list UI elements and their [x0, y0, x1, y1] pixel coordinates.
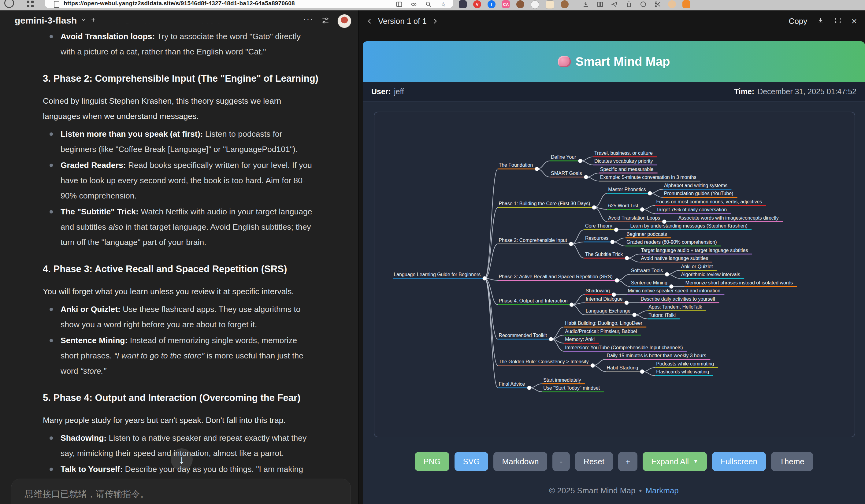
orange-extension-icon[interactable] — [682, 0, 690, 8]
mindmap-node[interactable]: Flashcards while waiting — [656, 369, 709, 374]
mindmap-node[interactable]: Internal Dialogue — [586, 296, 623, 302]
mindmap-node[interactable]: Immersion: YouTube (Comprehensible Input… — [565, 345, 683, 350]
profile-avatar-icon[interactable] — [668, 0, 676, 8]
next-version-icon[interactable] — [431, 18, 438, 24]
panda-extension-icon[interactable] — [531, 0, 539, 9]
mindmap-node[interactable]: Habit Building: Duolingo, LingoDeer — [565, 320, 642, 326]
mindmap-node[interactable]: Alphabet and writing systems — [664, 183, 728, 188]
mindmap-node[interactable]: Focus on most common nouns, verbs, adjec… — [656, 199, 762, 204]
mindmap-node[interactable]: Phase 3: Active Recall and Spaced Repeti… — [498, 274, 612, 279]
toolbar-button-expand-all[interactable]: Expand All▼ — [643, 452, 707, 471]
download-icon[interactable] — [817, 17, 824, 25]
mindmap-node[interactable]: Software Tools — [631, 268, 663, 273]
mindmap-node[interactable]: Define Your — [551, 154, 576, 160]
mindmap-node[interactable]: Graded readers (80-90% comprehension) — [626, 239, 717, 245]
mindmap-branch-circle[interactable] — [640, 370, 644, 374]
toolbar-button-markdown[interactable]: Markdown — [493, 452, 547, 471]
chat-input[interactable]: 思维接口已就绪，请传输指令。 — [11, 479, 351, 504]
mindmap-node[interactable]: Start immediately — [543, 377, 581, 383]
mindmap-node[interactable]: Phase 2: Comprehensible Input — [498, 238, 567, 243]
browser-reload-icon[interactable] — [4, 0, 14, 8]
copy-button[interactable]: Copy — [789, 16, 807, 26]
mindmap-branch-circle[interactable] — [591, 364, 595, 367]
fullscreen-expand-icon[interactable] — [834, 17, 841, 25]
mindmap-node[interactable]: 625 Word List — [608, 203, 638, 208]
mindmap-branch-circle[interactable] — [527, 386, 531, 390]
sidebar-icon[interactable] — [395, 0, 403, 8]
mindmap-node[interactable]: Shadowing — [586, 288, 610, 293]
mindmap-node[interactable]: Mimic native speaker speed and intonatio… — [628, 288, 720, 293]
mindmap-branch-circle[interactable] — [625, 301, 628, 305]
mindmap-node[interactable]: Core Theory — [585, 223, 612, 228]
trash-icon[interactable] — [625, 0, 633, 8]
mindmap-branch-circle[interactable] — [665, 272, 669, 277]
mindmap-node[interactable]: Final Advice — [498, 382, 525, 387]
toolbar-button--[interactable]: - — [552, 452, 570, 471]
mindmap-node[interactable]: Resources — [585, 235, 608, 241]
mindmap-node[interactable]: SMART Goals — [551, 171, 582, 176]
mindmap-canvas[interactable]: Language Learning Guide for BeginnersThe… — [374, 112, 855, 437]
mask-extension-icon[interactable] — [459, 0, 467, 8]
close-icon[interactable]: × — [851, 16, 857, 26]
toolbar-button-svg[interactable]: SVG — [454, 452, 488, 471]
mindmap-node[interactable]: Apps: Tandem, HelloTalk — [648, 304, 702, 309]
split-view-icon[interactable] — [596, 0, 604, 8]
toolbar-button-fullscreen[interactable]: Fullscreen — [712, 452, 766, 471]
mindmap-branch-circle[interactable] — [569, 242, 573, 246]
mindmap-node[interactable]: Target language audio + target language … — [641, 248, 748, 253]
mindmap-node[interactable]: Language Learning Guide for Beginners — [394, 272, 481, 277]
mindmap-node[interactable]: Memorize short phrases instead of isolat… — [685, 280, 793, 285]
mindmap-node[interactable]: Audio/Practical: Pimsleur, Babbel — [565, 329, 637, 334]
mindmap-node[interactable]: Travel, business, or culture — [594, 151, 653, 156]
mindmap-node[interactable]: Master Phonetics — [608, 187, 646, 192]
search-icon[interactable] — [425, 0, 432, 8]
toolbar-button-theme[interactable]: Theme — [771, 452, 813, 471]
mindmap-node[interactable]: Avoid native language subtitles — [641, 256, 708, 261]
mindmap-branch-circle[interactable] — [625, 256, 629, 260]
download-tool-icon[interactable] — [582, 0, 590, 8]
mindmap-branch-circle[interactable] — [578, 159, 583, 163]
chevron-down-icon[interactable] — [80, 17, 86, 24]
toolbar-button-reset[interactable]: Reset — [575, 452, 613, 471]
mindmap-node[interactable]: Daily 15 minutes is better than weekly 3… — [607, 353, 706, 358]
circle-tool-icon[interactable] — [639, 0, 647, 8]
mindmap-node[interactable]: Algorithmic review intervals — [681, 272, 740, 277]
mindmap-node[interactable]: Anki or Quizlet — [681, 264, 713, 269]
mindmap-node[interactable]: Dictates vocabulary priority — [594, 159, 653, 164]
bookmark-star-icon[interactable]: ☆ — [439, 0, 447, 8]
mindmap-branch-circle[interactable] — [633, 313, 636, 317]
mindmap-node[interactable]: Tutors: iTalki — [648, 313, 676, 318]
mindmap-node[interactable]: Recommended Toolkit — [498, 333, 547, 338]
mindmap-node[interactable]: Example: 5-minute conversation in 3 mont… — [600, 175, 696, 180]
monkey2-extension-icon[interactable] — [561, 0, 569, 8]
mindmap-branch-circle[interactable] — [648, 191, 652, 196]
mindmap-branch-circle[interactable] — [549, 337, 553, 341]
mindmap-node[interactable]: Learn by understanding messages (Stephen… — [631, 223, 748, 228]
mindmap-branch-circle[interactable] — [535, 167, 539, 171]
mindmap-branch-circle[interactable] — [592, 206, 596, 210]
mindmap-node[interactable]: Describe daily activities to yourself — [641, 296, 715, 302]
mindmap-node[interactable]: The Subtitle Trick — [585, 252, 623, 257]
mindmap-node[interactable]: Pronunciation guides (YouTube) — [664, 191, 734, 196]
mindmap-node[interactable]: Podcasts while commuting — [656, 361, 714, 366]
send-icon[interactable] — [611, 0, 619, 8]
mindmap-node[interactable]: The Golden Rule: Consistency > Intensity — [498, 359, 588, 364]
mindmap-node[interactable]: Target 75% of daily conversation — [656, 207, 727, 212]
mindmap-branch-circle[interactable] — [615, 278, 619, 282]
url-text[interactable]: https://open-webui.yangtz2sdidata.site/s… — [64, 0, 295, 7]
mindmap-node[interactable]: Phase 1: Building the Core (First 30 Day… — [498, 201, 590, 206]
link-icon[interactable] — [410, 0, 418, 8]
mindmap-node[interactable]: Habit Stacking — [607, 365, 638, 370]
model-name[interactable]: gemini-3-flash — [15, 15, 77, 26]
mindmap-branch-circle[interactable] — [669, 284, 673, 289]
pink-ca-extension-icon[interactable]: CA — [502, 0, 510, 8]
mindmap-branch-circle[interactable] — [640, 208, 644, 212]
mindmap-node[interactable]: Specific and measurable — [600, 167, 654, 172]
mindmap-node[interactable]: Use "Start Today" mindset — [543, 385, 600, 390]
toolbar-button--[interactable]: + — [618, 452, 637, 471]
scissors-icon[interactable] — [654, 0, 661, 8]
notebook-extension-icon[interactable] — [546, 0, 554, 9]
more-options-icon[interactable]: ··· — [303, 14, 313, 24]
markmap-link[interactable]: Markmap — [645, 486, 678, 495]
previous-version-icon[interactable] — [367, 18, 373, 24]
